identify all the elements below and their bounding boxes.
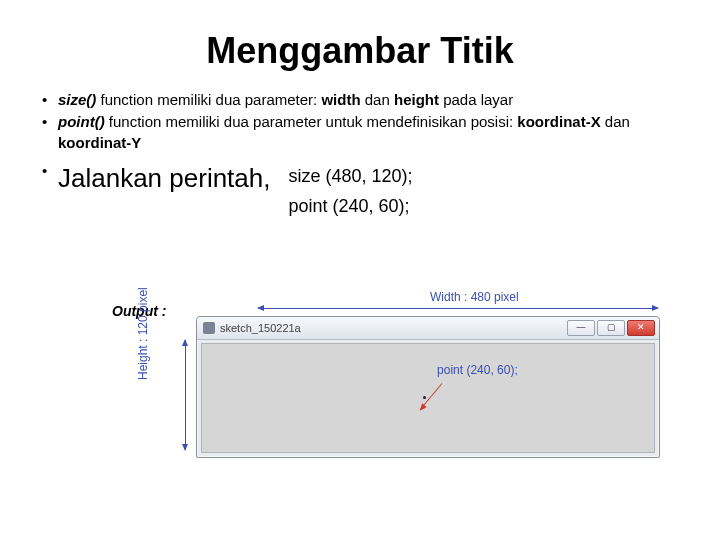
width-arrow-icon (258, 308, 658, 309)
sketch-canvas: point (240, 60); (201, 343, 655, 453)
bullet-item-size: size() function memiliki dua parameter: … (40, 90, 680, 110)
keyword-point: point() (58, 113, 105, 130)
param-height: height (394, 91, 439, 108)
slide: Menggambar Titik size() function memilik… (0, 0, 720, 540)
window-titlebar: sketch_150221a — ▢ ✕ (197, 317, 659, 340)
window-title: sketch_150221a (220, 322, 567, 334)
output-figure: Width : 480 pixel Height : 120 pixel ske… (180, 290, 670, 470)
point-icon (423, 396, 426, 399)
app-icon (203, 322, 215, 334)
sketch-window: sketch_150221a — ▢ ✕ point (240, 60); (196, 316, 660, 458)
bullet-list: size() function memiliki dua parameter: … (40, 90, 680, 153)
minimize-button[interactable]: — (567, 320, 595, 336)
maximize-button[interactable]: ▢ (597, 320, 625, 336)
text: dan (601, 113, 630, 130)
close-button[interactable]: ✕ (627, 320, 655, 336)
text: pada layar (439, 91, 513, 108)
height-annotation: Height : 120 pixel (136, 287, 150, 380)
window-controls: — ▢ ✕ (567, 320, 655, 336)
height-arrow-icon (185, 340, 186, 450)
param-width: width (321, 91, 360, 108)
run-label: Jalankan perintah, (58, 163, 270, 193)
point-annotation: point (240, 60); (437, 363, 518, 377)
run-bullet: Jalankan perintah, (40, 161, 270, 198)
code-line-2: point (240, 60); (288, 191, 412, 222)
code-block: size (480, 120); point (240, 60); (288, 161, 412, 222)
text: function memiliki dua parameter: (96, 91, 321, 108)
text: dan (361, 91, 394, 108)
bullet-item-run: Jalankan perintah, (40, 161, 270, 196)
width-annotation: Width : 480 pixel (430, 290, 519, 304)
bullet-item-point: point() function memiliki dua parameter … (40, 112, 680, 153)
param-coord-y: koordinat-Y (58, 134, 141, 151)
slide-title: Menggambar Titik (40, 30, 680, 72)
run-row: Jalankan perintah, size (480, 120); poin… (40, 161, 680, 222)
text: function memiliki dua parameter untuk me… (105, 113, 518, 130)
keyword-size: size() (58, 91, 96, 108)
param-coord-x: koordinat-X (517, 113, 600, 130)
code-line-1: size (480, 120); (288, 161, 412, 192)
